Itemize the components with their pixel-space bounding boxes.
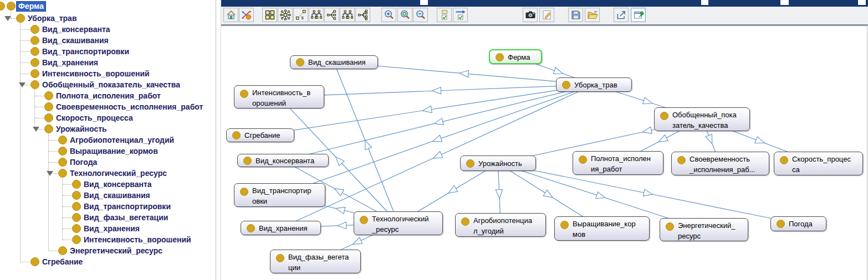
zoom-in-button[interactable] bbox=[381, 8, 396, 22]
tree-item-Вид_консерванта[interactable]: Вид_консерванта bbox=[0, 179, 216, 190]
class-bullet-icon bbox=[30, 58, 39, 67]
tree-item-Вид_хранения[interactable]: Вид_хранения bbox=[0, 223, 216, 234]
expand-toggle-icon[interactable] bbox=[33, 127, 39, 132]
pin-button[interactable] bbox=[631, 8, 646, 22]
tree-item-Вид_фазы_вегетации[interactable]: Вид_фазы_вегетации bbox=[0, 212, 216, 223]
graph-node-label: _исполнения_раб... bbox=[690, 164, 767, 175]
graph-node-vid_skash[interactable]: Вид_скашивания bbox=[290, 55, 378, 69]
tree-item-Ферма[interactable]: Ферма bbox=[0, 1, 216, 12]
expand-toggle-icon[interactable] bbox=[19, 82, 25, 87]
graph-node-vid_kons[interactable]: Вид_консерванта bbox=[237, 154, 329, 167]
spring-layout-button[interactable]: s bbox=[293, 8, 308, 22]
graph-node-vid_fazy[interactable]: Вид_фазы_вегетации bbox=[270, 250, 361, 273]
home-button[interactable] bbox=[223, 8, 238, 22]
tree-item-label: Урожайность bbox=[56, 123, 107, 134]
graph-node-skorost[interactable]: Скорость_процесса bbox=[774, 152, 863, 175]
save-icon bbox=[570, 9, 581, 20]
graph-panel: s ФермаУборка_травВид_скашиванияИнтенсив… bbox=[221, 0, 868, 280]
graph-node-label: орошений bbox=[252, 98, 321, 108]
class-bullet-icon bbox=[30, 25, 39, 34]
ontology-tree-panel: ФермаУборка_травВид_консервантаВид_скаши… bbox=[0, 0, 216, 280]
open-button[interactable] bbox=[585, 8, 600, 22]
graph-node-label: ции bbox=[288, 262, 358, 273]
graph-node-label: Уборка_трав bbox=[574, 80, 629, 90]
graph-node-vid_hran[interactable]: Вид_хранения bbox=[241, 221, 321, 235]
tree-item-Энергетический_ресурс[interactable]: Энергетический_ресурс bbox=[0, 245, 216, 256]
graph-node-label: Полнота_исполен bbox=[591, 153, 661, 164]
graph-node-tehno[interactable]: Технологический_ресурс bbox=[354, 211, 443, 235]
graph-node-sgreb[interactable]: Сгребание bbox=[226, 128, 294, 142]
graph-node-intens[interactable]: Интенсивность_ворошений bbox=[234, 85, 324, 108]
class-bullet-icon bbox=[562, 81, 570, 89]
tree-item-label: Интенсивность_ворошений bbox=[42, 68, 150, 79]
tab-separator bbox=[701, 0, 708, 5]
grid-layout-button[interactable] bbox=[262, 8, 277, 22]
snapshot-button[interactable] bbox=[523, 8, 538, 22]
zoom-reset-button[interactable] bbox=[397, 8, 412, 22]
graph-node-polnota[interactable]: Полнота_исполения_работ bbox=[573, 151, 663, 175]
tree-layout-horizontal2-button[interactable] bbox=[355, 8, 370, 22]
class-bullet-icon bbox=[30, 69, 39, 78]
expand-toggle-icon[interactable] bbox=[4, 16, 11, 21]
class-bullet-icon bbox=[72, 180, 81, 189]
class-bullet-icon bbox=[232, 131, 241, 139]
tree-item-Вид_скашивания[interactable]: Вид_скашивания bbox=[0, 35, 216, 46]
graph-node-label: Вид_консерванта bbox=[256, 155, 326, 166]
tree-item-Вид_транспортировки[interactable]: Вид_транспортировки bbox=[0, 201, 216, 212]
tree-item-Технологический_ресурс[interactable]: Технологический_ресурс bbox=[0, 168, 216, 179]
graph-node-vyrash[interactable]: Выращивание_кормов bbox=[554, 216, 650, 241]
graph-node-energ[interactable]: Энергетический_ресурс bbox=[660, 218, 748, 241]
graph-node-uborka[interactable]: Уборка_трав bbox=[556, 77, 632, 92]
tree-item-Сгребание[interactable]: Сгребание bbox=[0, 256, 216, 267]
graph-node-pogoda[interactable]: Погода bbox=[770, 216, 826, 231]
tree-item-Вид_консерванта[interactable]: Вид_консерванта bbox=[0, 24, 216, 35]
tree-layout-vertical2-button[interactable] bbox=[340, 8, 355, 22]
graph-node-agrobio[interactable]: Агробиопотенциал_угодий bbox=[455, 213, 546, 237]
radial-layout-button[interactable] bbox=[278, 8, 293, 22]
class-bullet-icon bbox=[0, 2, 5, 11]
graph-node-urozh[interactable]: Урожайность bbox=[460, 155, 536, 171]
tree-item-Своевременность_исполнения_работ[interactable]: Своевременность_исполнения_работ bbox=[0, 101, 216, 112]
tree-layout-horizontal-button[interactable] bbox=[324, 8, 339, 22]
edit-button[interactable] bbox=[539, 8, 554, 22]
page-edit-icon bbox=[542, 9, 553, 20]
graph-canvas[interactable]: ФермаУборка_травВид_скашиванияИнтенсивно… bbox=[221, 25, 867, 280]
export-button[interactable] bbox=[614, 8, 629, 22]
class-bullet-icon bbox=[240, 90, 248, 98]
tree-item-Погода[interactable]: Погода bbox=[0, 157, 216, 168]
graph-node-vid_transp[interactable]: Вид_транспортировки bbox=[234, 183, 325, 207]
graph-node-label: Технологический bbox=[372, 214, 440, 224]
zoom-out-button[interactable] bbox=[413, 8, 428, 22]
tree-item-Интенсивность_ворошений[interactable]: Интенсивность_ворошений bbox=[0, 234, 216, 245]
expand-toggle-icon[interactable] bbox=[47, 171, 53, 176]
tree-item-Вид_транспортировки[interactable]: Вид_транспортировки bbox=[0, 46, 216, 57]
graph-toolbar: s bbox=[221, 7, 868, 25]
tree-item-Уборка_трав[interactable]: Уборка_трав bbox=[0, 13, 216, 24]
tree-item-label: Скорость_процесса bbox=[56, 112, 133, 123]
tree-item-Обобщенный_показатель_качества[interactable]: Обобщенный_показатель_качества bbox=[0, 79, 216, 90]
class-bullet-icon bbox=[240, 188, 248, 196]
class-bullet-icon bbox=[496, 53, 504, 61]
tree-item-label: Интенсивность_ворошений bbox=[84, 234, 191, 245]
save-button[interactable] bbox=[568, 8, 583, 22]
show-nodes-toggle[interactable] bbox=[437, 8, 452, 22]
tree-item-Интенсивность_ворошений[interactable]: Интенсивность_ворошений bbox=[0, 68, 216, 79]
tree-item-label: Погода bbox=[70, 157, 97, 168]
tree-item-Полнота_исполения_работ[interactable]: Полнота_исполения_работ bbox=[0, 90, 216, 101]
tree-item-Урожайность[interactable]: Урожайность bbox=[0, 123, 216, 134]
graph-node-ferma[interactable]: Ферма bbox=[489, 49, 542, 64]
class-bullet-icon bbox=[72, 213, 81, 222]
tree-item-Скорость_процесса[interactable]: Скорость_процесса bbox=[0, 112, 216, 123]
tree-item-Вид_скашивания[interactable]: Вид_скашивания bbox=[0, 190, 216, 201]
relayout-button[interactable] bbox=[239, 8, 254, 22]
graph-node-svoevr[interactable]: Своевременность_исполнения_раб... bbox=[671, 152, 769, 175]
tree-item-Вид_хранения[interactable]: Вид_хранения bbox=[0, 57, 216, 68]
tree-item-Агробиопотенциал_угодий[interactable]: Агробиопотенциал_угодий bbox=[0, 134, 216, 146]
show-arcs-toggle[interactable] bbox=[453, 8, 468, 22]
tree-item-Выращивание_кормов[interactable]: Выращивание_кормов bbox=[0, 146, 216, 157]
graph-node-label: Скорость_процес bbox=[792, 154, 860, 164]
tree-vertical-icon bbox=[342, 9, 353, 20]
class-bullet-icon bbox=[30, 36, 39, 45]
graph-node-obobsh[interactable]: Обобщенный_показатель_качества bbox=[654, 107, 750, 131]
tree-layout-vertical-button[interactable] bbox=[309, 8, 324, 22]
